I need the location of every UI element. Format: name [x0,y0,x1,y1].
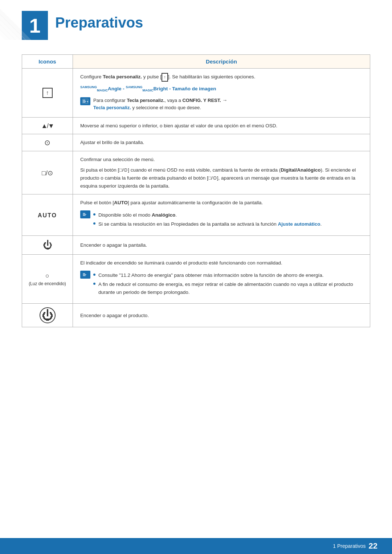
chapter-title: Preparativos [55,11,143,31]
icon-light-indicator: ○ (Luz de encendido) [22,255,73,304]
light-label: (Luz de encendido) [29,281,66,286]
square-circle-icon: □/⊙ [42,169,53,177]
table-row: ○ (Luz de encendido) El indicador de enc… [22,255,370,304]
note-icon-small [80,210,90,218]
note-icon-small [80,271,90,279]
desc-updown: Moverse al menú superior o inferior, o b… [73,117,370,134]
desc-up-arrow: Configure Tecla personaliz. y pulse [↑].… [73,69,370,118]
table-row: ⊙ Ajustar el brillo de la pantalla. [22,134,370,151]
table-row: ↑ Configure Tecla personaliz. y pulse [↑… [22,69,370,118]
desc-auto: Pulse el botón [AUTO] para ajustar autom… [73,194,370,236]
bullet-item: Disponible sólo el modo Analógico. [93,211,322,219]
footer: 1 Preparativos 22 [0,538,392,554]
table-row: AUTO Pulse el botón [AUTO] para ajustar … [22,194,370,236]
footer-page-number: 22 [369,541,377,551]
bullet-item: Disponible sólo el modo Analógico. Si se… [80,210,363,230]
table-row: ▲/▼ Moverse al menú superior o inferior,… [22,117,370,134]
table-row: □/⊙ Confirmar una selección de menú. Si … [22,151,370,194]
bullet-item: Si se cambia la resolución en las Propie… [93,220,322,228]
col-desc-header: Descripción [73,55,370,69]
desc-power-circle: Encender o apagar el producto. [73,304,370,327]
decorative-stripes [0,0,58,40]
desc-power-standby: Encender o apagar la pantalla. [73,236,370,255]
icons-table: Iconos Descripción ↑ Configure Tecla per… [22,54,370,327]
updown-icon: ▲/▼ [41,122,54,130]
icon-square-circle: □/⊙ [22,151,73,194]
bullet-item: Consulte "11.2 Ahorro de energía" para o… [93,271,363,279]
chapter-header: 1 Preparativos [0,0,392,54]
icon-power-circle: ⏻ [22,304,73,327]
note-icon [80,97,90,105]
bullet-item: Consulte "11.2 Ahorro de energía" para o… [80,270,363,298]
icon-power-standby: ⏻ [22,236,73,255]
icon-up-arrow: ↑ [22,69,73,118]
icon-auto: AUTO [22,194,73,236]
up-arrow-icon: ↑ [42,88,53,98]
desc-brightness: Ajustar el brillo de la pantalla. [73,134,370,151]
desc-light-indicator: El indicador de encendido se iluminará c… [73,255,370,304]
table-row: ⏻ Encender o apagar el producto. [22,304,370,327]
note-block: Para configurar Tecla personaliz., vaya … [80,97,363,111]
icon-brightness: ⊙ [22,134,73,151]
table-row: ⏻ Encender o apagar la pantalla. [22,236,370,255]
light-indicator-icon: ○ [45,272,49,280]
power-circle-icon: ⏻ [40,307,56,323]
main-content: Iconos Descripción ↑ Configure Tecla per… [0,54,392,327]
auto-icon: AUTO [38,212,57,218]
power-standby-icon: ⏻ [43,239,52,250]
desc-square-circle: Confirmar una selección de menú. Si puls… [73,151,370,194]
icon-updown: ▲/▼ [22,117,73,134]
footer-chapter-text: 1 Preparativos [333,543,366,549]
brightness-icon: ⊙ [44,139,50,147]
bullet-item: A fin de reducir el consumo de energía, … [93,280,363,296]
col-icons-header: Iconos [22,55,73,69]
